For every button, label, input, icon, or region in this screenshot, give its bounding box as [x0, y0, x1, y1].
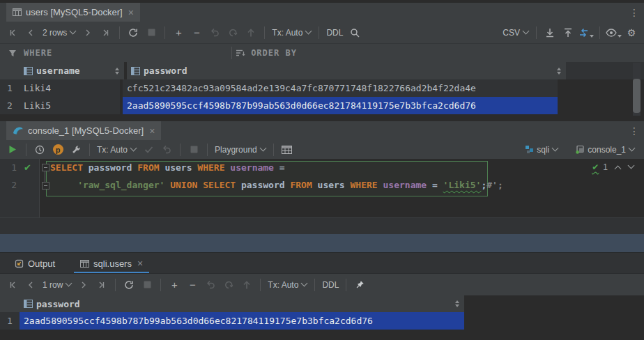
pin-tab-icon[interactable]: [351, 277, 368, 293]
row-number[interactable]: 1: [0, 79, 20, 97]
session-switcher[interactable]: console_1: [573, 145, 637, 155]
where-filter-input[interactable]: WHERE: [24, 48, 52, 58]
previous-problem-icon[interactable]: [615, 165, 622, 172]
inspection-widget: ✔ 1: [592, 162, 634, 172]
cell-username[interactable]: Liki5: [20, 97, 120, 114]
close-icon[interactable]: ×: [128, 9, 134, 16]
tabbar-pad: [0, 253, 8, 274]
editor-code[interactable]: SELECT password FROM users WHERE usernam…: [50, 159, 503, 194]
stop-icon[interactable]: [185, 142, 202, 157]
row-number[interactable]: 1: [0, 312, 20, 330]
scrollbar-thumb[interactable]: [633, 79, 641, 113]
sort-toggle-icon[interactable]: [115, 68, 119, 75]
close-icon[interactable]: ×: [149, 128, 155, 134]
previous-page-button[interactable]: [22, 277, 39, 293]
playground-mode-dropdown[interactable]: Playground: [213, 145, 268, 155]
more-options-icon[interactable]: ⋮: [627, 7, 641, 18]
revert-icon[interactable]: [206, 25, 223, 40]
tab-users-label: users [MySQL5-Docker]: [26, 7, 123, 17]
tx-mode-dropdown[interactable]: Tx: Auto: [95, 145, 139, 155]
stop-icon[interactable]: [143, 25, 160, 40]
fold-handle-icon[interactable]: [42, 164, 49, 171]
parameters-icon[interactable]: p: [49, 142, 66, 157]
order-by-icon[interactable]: [236, 49, 245, 56]
next-problem-icon[interactable]: [628, 162, 635, 169]
fold-handle-icon[interactable]: [42, 182, 49, 190]
result-header-row: password: [0, 295, 644, 312]
tx-mode-dropdown[interactable]: Tx: Auto: [270, 28, 314, 38]
last-page-button[interactable]: [93, 277, 110, 293]
tab-users-grid[interactable]: users [MySQL5-Docker] ×: [6, 3, 140, 22]
divider: [119, 26, 120, 39]
ddl-button[interactable]: DDL: [324, 28, 345, 38]
tab-output[interactable]: Output: [8, 253, 61, 274]
more-options-icon[interactable]: ⋮: [627, 125, 641, 137]
revert-selected-icon[interactable]: [224, 25, 241, 40]
settings-gear-icon[interactable]: ⚙: [623, 25, 640, 40]
rollback-icon[interactable]: [158, 142, 175, 157]
in-editor-results-icon[interactable]: [279, 142, 296, 157]
column-header-username[interactable]: username: [20, 62, 124, 79]
grid-header-row: username password: [0, 62, 644, 79]
history-clock-icon[interactable]: [31, 142, 48, 157]
search-icon[interactable]: [346, 25, 363, 40]
add-row-button[interactable]: +: [166, 277, 183, 293]
order-by-input[interactable]: ORDER BY: [251, 48, 297, 58]
add-row-button[interactable]: +: [170, 25, 187, 40]
sort-toggle-icon[interactable]: [455, 300, 459, 307]
delete-row-button[interactable]: −: [184, 277, 201, 293]
run-button[interactable]: [4, 142, 21, 157]
column-header-password[interactable]: password: [127, 62, 566, 79]
column-icon: [24, 67, 33, 75]
cell-password-selected[interactable]: 2aad5890595ccf4598b787b99ab563d0d66ec821…: [123, 97, 558, 114]
column-header-password[interactable]: password: [20, 295, 464, 312]
row-count-dropdown[interactable]: 1 row: [40, 280, 74, 290]
schema-icon: [525, 145, 534, 154]
export-data-icon[interactable]: [542, 25, 558, 40]
ddl-button[interactable]: DDL: [320, 280, 341, 290]
tx-mode-dropdown[interactable]: Tx: Auto: [266, 280, 309, 290]
tabbar-pad: [0, 121, 6, 140]
row-count-dropdown[interactable]: 2 rows: [40, 28, 78, 38]
chevron-down-icon: [590, 35, 594, 38]
last-page-button[interactable]: [98, 25, 114, 40]
first-page-button[interactable]: [4, 25, 21, 40]
close-icon[interactable]: ×: [137, 260, 143, 267]
filter-row: WHERE ORDER BY: [0, 44, 644, 63]
sort-toggle-icon[interactable]: [557, 68, 561, 75]
tab-result-grid[interactable]: sqli.users ×: [74, 253, 149, 274]
revert-selected-icon[interactable]: [220, 277, 237, 293]
first-page-button[interactable]: [4, 277, 21, 293]
ide-window: users [MySQL5-Docker] × ⋮ 2 rows + − Tx:…: [0, 0, 644, 340]
revert-icon[interactable]: [202, 277, 219, 293]
next-page-button[interactable]: [79, 25, 96, 40]
table-row: 1 Liki4 cfc521c23482ac93a09584ad2e139c4a…: [0, 79, 644, 97]
tab-console[interactable]: console_1 [MySQL5-Docker] ×: [6, 121, 161, 140]
stop-icon[interactable]: [139, 277, 155, 293]
panel-splitter[interactable]: [0, 234, 644, 252]
reload-icon[interactable]: [121, 277, 137, 293]
cell-username[interactable]: Liki4: [20, 79, 120, 97]
cell-password[interactable]: cfc521c23482ac93a09584ad2e139c4a7fc87077…: [123, 79, 558, 97]
reload-icon[interactable]: [125, 25, 141, 40]
submit-icon[interactable]: [243, 25, 259, 40]
chevron-down-icon: [301, 280, 308, 287]
filter-funnel-icon[interactable]: [8, 49, 17, 57]
column-label: password: [144, 65, 187, 76]
cell-password-selected[interactable]: 2aad5890595ccf4598b787b99ab563d0d66ec821…: [20, 312, 464, 330]
submit-icon[interactable]: [238, 277, 255, 293]
row-number[interactable]: 2: [0, 97, 20, 114]
chevron-down-icon: [305, 28, 312, 35]
schema-switcher[interactable]: sqli: [523, 145, 560, 155]
export-format-dropdown[interactable]: CSV: [500, 28, 531, 38]
console-toolbar: p Tx: Auto Playground sqli console_1: [0, 140, 644, 159]
delete-row-button[interactable]: −: [188, 25, 205, 40]
previous-page-button[interactable]: [22, 25, 39, 40]
next-page-button[interactable]: [75, 277, 92, 293]
view-options-icon[interactable]: [605, 25, 622, 40]
settings-wrench-icon[interactable]: [68, 142, 84, 157]
compare-icon[interactable]: [578, 25, 595, 40]
commit-icon[interactable]: [140, 142, 157, 157]
import-data-icon[interactable]: [560, 25, 576, 40]
output-icon: [15, 259, 24, 268]
